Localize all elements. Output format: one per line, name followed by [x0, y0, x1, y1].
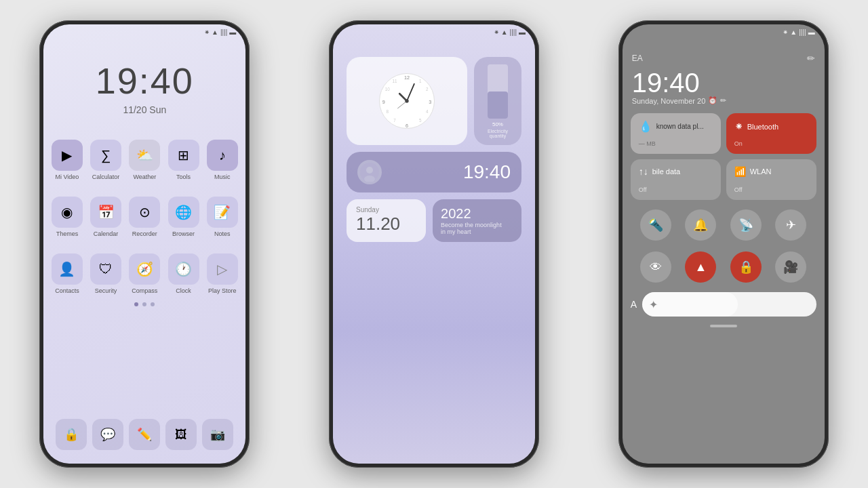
dock-icon-5[interactable]: 📷: [202, 419, 233, 450]
tile-mobile-header: ↑↓ bile data: [639, 166, 713, 177]
app-security[interactable]: 🛡 Security: [90, 253, 123, 294]
video-btn[interactable]: 🎥: [775, 251, 806, 283]
tile-wlan-status: Off: [734, 186, 808, 193]
weather-icon: ⛅: [129, 140, 160, 171]
dot-2: [142, 302, 146, 306]
app-music[interactable]: ♪ Music: [205, 140, 239, 180]
app-notes[interactable]: 📝 Notes: [205, 197, 239, 237]
tile-bt-status: On: [734, 140, 808, 147]
mobile-data-icon: ↑↓: [639, 166, 648, 177]
app-label: Security: [95, 287, 117, 294]
water-drop-icon: 💧: [639, 120, 652, 133]
home-screen: ⁕ ▲ |||| ▬ 19:40 11/20 Sun ▶ Mi Video ∑ …: [43, 24, 245, 464]
note-text: Become the moonlightin my heart: [441, 222, 513, 235]
carrier-label: EA: [632, 54, 643, 63]
dock-icon-4[interactable]: 🖼: [165, 419, 197, 450]
app-weather[interactable]: ⛅ Weather: [128, 140, 161, 180]
app-compass[interactable]: 🧭 Compass: [128, 253, 161, 294]
svg-point-16: [405, 99, 408, 102]
signal-icon: ▲: [501, 28, 508, 36]
dot-3: [151, 302, 155, 306]
app-themes[interactable]: ◉ Themes: [50, 197, 83, 237]
bars-icon: ||||: [510, 28, 517, 36]
cc-drag-handle[interactable]: [710, 325, 737, 327]
clock-date: 11/20 Sun: [43, 104, 245, 115]
edit-icon-small: ✏: [720, 96, 726, 105]
status-icons-2: ⁕ ▲ |||| ▬: [494, 28, 526, 36]
screencast-btn[interactable]: 📡: [730, 209, 762, 241]
svg-text:10: 10: [385, 87, 391, 92]
battery-icon: ▬: [229, 28, 236, 36]
time-display: 19:40 11/20 Sun: [43, 24, 245, 115]
notes-icon: 📝: [207, 197, 238, 228]
svg-text:12: 12: [404, 75, 410, 81]
app-calculator[interactable]: ∑ Calculator: [90, 140, 123, 180]
edit-icon[interactable]: ✏: [807, 53, 815, 64]
cc-time-section: 19:40 Sunday, November 20 ⏰ ✏: [623, 69, 825, 109]
sun-icon: ✦: [649, 298, 658, 311]
bt-icon: ⁕: [783, 28, 788, 36]
app-label: Calculator: [92, 174, 120, 180]
dock-icon-3[interactable]: ✏️: [129, 419, 160, 450]
eye-btn[interactable]: 👁: [640, 251, 671, 283]
tile-data-sub: — MB: [639, 140, 713, 147]
status-bar-2: ⁕ ▲ |||| ▬: [333, 24, 535, 36]
page-dots: [43, 302, 245, 306]
brightness-slider[interactable]: ✦: [642, 292, 816, 317]
tile-bt-label: Bluetooth: [747, 123, 778, 131]
airplane-btn[interactable]: ✈: [775, 209, 806, 241]
analog-clock-svg: 12 3 6 9 1 2 4 5 7 8 10 11: [376, 70, 437, 131]
contacts-icon: 👤: [52, 253, 83, 285]
svg-text:3: 3: [429, 99, 431, 105]
app-contacts[interactable]: 👤 Contacts: [50, 253, 83, 294]
cc-date: Sunday, November 20 ⏰ ✏: [632, 96, 815, 105]
svg-text:1: 1: [419, 79, 422, 83]
phone-1: ⁕ ▲ |||| ▬ 19:40 11/20 Sun ▶ Mi Video ∑ …: [39, 20, 250, 468]
cc-tile-wlan[interactable]: 📶 WLAN Off: [726, 159, 816, 200]
note-widget: 2022 Become the moonlightin my heart: [433, 199, 521, 242]
bell-icon: 🔔: [693, 218, 708, 232]
bottom-dock: 🔒 💬 ✏️ 🖼 📷: [43, 413, 245, 455]
widget-area: 12 3 6 9 1 2 4 5 7 8 10 11: [333, 24, 535, 242]
app-mi-video[interactable]: ▶ Mi Video: [50, 140, 83, 180]
lock-icon: 🔒: [738, 260, 753, 274]
cast-icon: 📡: [738, 218, 753, 232]
location-icon: ▲: [694, 260, 707, 274]
app-grid-row2: ◉ Themes 📅 Calendar ⊙ Recorder 🌐 Browser…: [43, 186, 245, 237]
dock-icon-1[interactable]: 🔒: [56, 419, 87, 450]
dock-icon-2[interactable]: 💬: [92, 419, 123, 450]
location-btn[interactable]: ▲: [685, 251, 716, 283]
notification-btn[interactable]: 🔔: [685, 209, 716, 241]
security-icon: 🛡: [90, 253, 121, 285]
music-icon: ♪: [207, 140, 238, 171]
bluetooth-icon: ⁕: [734, 120, 743, 133]
app-play-store[interactable]: ▷ Play Store: [205, 253, 239, 294]
app-tools[interactable]: ⊞ Tools: [167, 140, 200, 180]
day-label: Sunday: [356, 206, 416, 214]
app-recorder[interactable]: ⊙ Recorder: [128, 197, 161, 237]
app-calendar[interactable]: 📅 Calendar: [90, 197, 123, 237]
cc-tile-data[interactable]: 💧 known data pl... — MB: [631, 113, 721, 154]
lock-btn[interactable]: 🔒: [730, 251, 762, 283]
alarm-icon: ⏰: [708, 96, 717, 105]
cc-tile-bluetooth[interactable]: ⁕ Bluetooth On: [726, 113, 816, 154]
app-grid-row3: 👤 Contacts 🛡 Security 🧭 Compass 🕐 Clock …: [43, 243, 245, 294]
svg-text:2: 2: [426, 87, 429, 92]
tile-wlan-label: WLAN: [750, 167, 772, 176]
app-browser[interactable]: 🌐 Browser: [167, 197, 200, 237]
recorder-icon: ⊙: [129, 197, 160, 228]
themes-icon: ◉: [52, 197, 83, 228]
app-clock[interactable]: 🕐 Clock: [167, 253, 200, 294]
play-store-icon: ▷: [207, 253, 238, 285]
cc-tiles: 💧 known data pl... — MB ⁕ Bluetooth On ↑…: [623, 109, 825, 204]
svg-text:9: 9: [382, 99, 385, 105]
bars-icon: ||||: [799, 28, 806, 36]
network-icon: ||||: [220, 28, 227, 36]
svg-text:4: 4: [426, 109, 429, 114]
video-icon: 🎥: [783, 260, 798, 274]
date-widget: Sunday 11.20: [347, 199, 426, 242]
music-time: 19:40: [463, 161, 511, 183]
flashlight-btn[interactable]: 🔦: [640, 209, 671, 241]
cc-tile-mobile[interactable]: ↑↓ bile data Off: [631, 159, 721, 200]
app-label: Mi Video: [55, 174, 79, 180]
